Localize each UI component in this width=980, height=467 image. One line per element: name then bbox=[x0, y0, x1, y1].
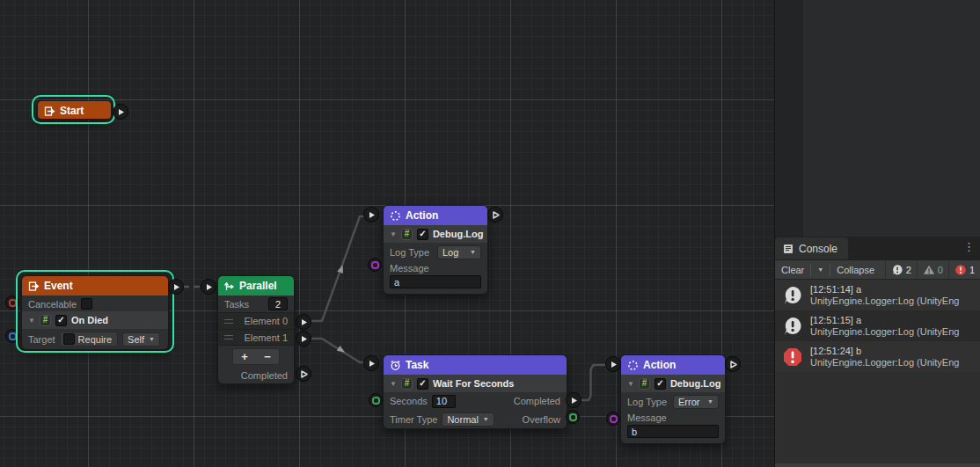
require-toggle[interactable]: Require bbox=[60, 332, 119, 347]
parallel-completed-port[interactable] bbox=[296, 366, 311, 382]
remove-element-button[interactable]: − bbox=[256, 349, 279, 364]
kebab-menu-icon[interactable]: ⋮ bbox=[963, 240, 975, 253]
fold-triangle-icon[interactable]: ▼ bbox=[390, 230, 397, 238]
collapse-button[interactable]: Collapse bbox=[830, 260, 881, 279]
message-input[interactable]: a bbox=[390, 275, 481, 288]
cancelable-checkbox[interactable] bbox=[81, 298, 92, 310]
fold-triangle-icon[interactable]: ▼ bbox=[28, 317, 35, 325]
info-filter-button[interactable]: 2 bbox=[885, 260, 917, 279]
task-overflow-port[interactable] bbox=[566, 410, 580, 424]
log-summary: [12:51:15] a bbox=[810, 315, 959, 325]
action-error-message-port[interactable] bbox=[606, 412, 620, 426]
target-dropdown[interactable]: Self ▼ bbox=[122, 332, 160, 347]
event-target-port[interactable] bbox=[5, 329, 19, 343]
task-method-name: Wait For Seconds bbox=[433, 378, 515, 389]
add-element-button[interactable]: + bbox=[233, 349, 256, 364]
message-input[interactable]: b bbox=[627, 425, 719, 438]
debug-log-checkbox[interactable]: ✓ bbox=[417, 229, 428, 240]
event-handler-name: On Died bbox=[71, 315, 108, 325]
console-log-list: [12:51:14] a UnityEngine.Logger:Log (Uni… bbox=[775, 280, 980, 372]
tab-console[interactable]: Console bbox=[775, 237, 848, 259]
warning-filter-button[interactable]: 0 bbox=[917, 260, 948, 279]
event-node[interactable]: Event Cancelable ▼ # ✓ On Died Target Re… bbox=[21, 275, 169, 350]
timer-type-label: Timer Type bbox=[390, 414, 437, 425]
action-log-input-port[interactable] bbox=[363, 207, 379, 223]
script-hash-icon: # bbox=[401, 229, 413, 240]
task-completed-port[interactable] bbox=[566, 392, 581, 408]
status-bar bbox=[775, 463, 980, 467]
task-icon bbox=[390, 360, 401, 371]
parallel-node[interactable]: Parallel Tasks 2 Element 0 Element 1 + − bbox=[217, 275, 295, 384]
log-type-dropdown[interactable]: Error ▼ bbox=[673, 395, 719, 409]
action-icon bbox=[627, 360, 639, 371]
fold-triangle-icon[interactable]: ▼ bbox=[627, 380, 634, 388]
event-node-title: Event bbox=[44, 280, 73, 292]
debug-log-checkbox[interactable]: ✓ bbox=[655, 378, 666, 390]
log-entry[interactable]: [12:51:15] a UnityEngine.Logger:Log (Uni… bbox=[775, 310, 980, 341]
start-node-title: Start bbox=[60, 105, 84, 117]
clear-button[interactable]: Clear bbox=[775, 260, 810, 279]
chevron-down-icon: ▼ bbox=[470, 249, 476, 255]
wire-completed-to-action[interactable] bbox=[581, 365, 606, 400]
error-count: 1 bbox=[969, 265, 975, 275]
node-graph-canvas[interactable]: Start Event Cancelable ▼ # ✓ On Died bbox=[0, 0, 775, 467]
drag-handle-icon[interactable] bbox=[224, 335, 233, 339]
action-log-output-port[interactable] bbox=[487, 207, 503, 223]
timer-type-value: Normal bbox=[447, 414, 478, 425]
start-icon bbox=[44, 106, 55, 117]
task-node[interactable]: Task ▼ # ✓ Wait For Seconds Seconds 10 C… bbox=[383, 354, 567, 429]
action-log-node[interactable]: Action ▼ # ✓ Debug.Log Log Type Log ▼ Me… bbox=[383, 205, 488, 295]
message-label: Message bbox=[390, 263, 429, 274]
event-output-port[interactable] bbox=[168, 279, 184, 295]
start-node[interactable]: Start bbox=[37, 100, 112, 120]
log-type-dropdown[interactable]: Log ▼ bbox=[437, 245, 481, 259]
task-seconds-port[interactable] bbox=[369, 393, 383, 407]
error-filter-button[interactable]: 1 bbox=[948, 260, 980, 279]
console-tab-bar: Console ⋮ bbox=[775, 237, 980, 259]
script-hash-icon: # bbox=[401, 378, 413, 390]
parallel-input-port[interactable] bbox=[201, 279, 216, 295]
task-input-port[interactable] bbox=[363, 355, 379, 371]
action-node-title: Action bbox=[406, 209, 438, 222]
seconds-input[interactable]: 10 bbox=[432, 395, 456, 408]
log-bubble-icon bbox=[782, 285, 803, 306]
parallel-element-row[interactable]: Element 0 bbox=[218, 312, 294, 329]
console-panel: Console ⋮ Clear ▼ Collapse 2 bbox=[775, 237, 980, 467]
wait-for-seconds-checkbox[interactable]: ✓ bbox=[417, 378, 428, 390]
parallel-node-title: Parallel bbox=[239, 280, 277, 292]
console-tab-label: Console bbox=[799, 243, 837, 255]
element-0-label: Element 0 bbox=[244, 316, 288, 326]
cancelable-label: Cancelable bbox=[28, 299, 77, 310]
event-icon bbox=[28, 281, 40, 292]
log-entry[interactable]: [12:51:14] a UnityEngine.Logger:Log (Uni… bbox=[775, 280, 980, 310]
require-checkbox[interactable] bbox=[63, 333, 75, 345]
start-output-port[interactable] bbox=[113, 104, 128, 120]
element-0-output-port[interactable] bbox=[296, 314, 311, 330]
on-died-checkbox[interactable]: ✓ bbox=[55, 315, 67, 326]
log-bubble-icon bbox=[782, 316, 803, 337]
clear-dropdown-icon[interactable]: ▼ bbox=[811, 260, 830, 279]
action-error-input-port[interactable] bbox=[605, 356, 621, 372]
log-entry[interactable]: [12:51:24] b UnityEngine.Logger:Log (Uni… bbox=[775, 341, 980, 372]
log-type-value: Error bbox=[678, 397, 699, 407]
task-node-title: Task bbox=[406, 359, 428, 371]
drag-handle-icon[interactable] bbox=[224, 319, 233, 324]
event-cancelable-port[interactable] bbox=[5, 296, 19, 310]
action-log-message-port[interactable] bbox=[368, 258, 382, 272]
console-toolbar: Clear ▼ Collapse 2 bbox=[775, 259, 980, 280]
element-1-output-port[interactable] bbox=[296, 331, 311, 347]
action-error-node[interactable]: Action ▼ # ✓ Debug.Log Log Type Error ▼ … bbox=[620, 354, 726, 444]
error-icon bbox=[954, 264, 967, 276]
parallel-element-row[interactable]: Element 1 bbox=[218, 329, 294, 346]
log-type-label: Log Type bbox=[390, 247, 429, 258]
chevron-down-icon: ▼ bbox=[707, 398, 713, 405]
action-method-name: Debug.Log bbox=[670, 378, 720, 389]
tasks-count-field[interactable]: 2 bbox=[268, 297, 288, 310]
fold-triangle-icon[interactable]: ▼ bbox=[390, 380, 397, 388]
action-node-title: Action bbox=[643, 359, 676, 371]
action-error-output-port[interactable] bbox=[725, 356, 741, 372]
log-detail: UnityEngine.Logger:Log (UnityEng bbox=[810, 357, 959, 368]
timer-type-dropdown[interactable]: Normal ▼ bbox=[442, 412, 494, 427]
wire-element0-to-action[interactable] bbox=[311, 216, 364, 321]
action-method-name: Debug.Log bbox=[433, 229, 483, 239]
